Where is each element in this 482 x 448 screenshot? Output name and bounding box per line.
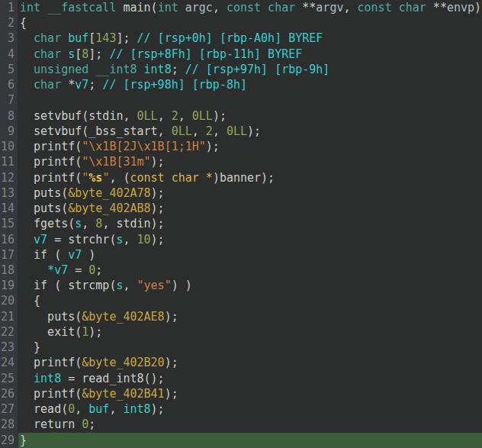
- token-local-variable: int8: [144, 63, 172, 76]
- code-line[interactable]: 21 puts(&byte_402AE8);: [0, 309, 482, 324]
- code-text: {: [18, 15, 482, 31]
- token-default-text: , (: [109, 171, 130, 185]
- token-default-text: );: [88, 325, 102, 339]
- line-number: 24: [0, 355, 18, 370]
- code-line[interactable]: 25 int8 = read_int8();: [0, 371, 482, 386]
- line-number: 26: [0, 386, 18, 401]
- token-default-text: if (: [20, 248, 68, 262]
- token-parameter-name: argv: [316, 1, 343, 15]
- code-text: if ( strcmp(s, "yes") ): [18, 278, 482, 293]
- token-local-variable: s: [75, 217, 82, 230]
- code-line[interactable]: 17 if ( v7 ): [0, 247, 482, 263]
- token-default-text: );: [213, 109, 227, 123]
- token-default-text: [40, 1, 47, 15]
- token-parameter-name: envp: [447, 1, 474, 15]
- token-type-keyword: __fastcall: [47, 1, 116, 15]
- token-string-literal: "yes": [137, 279, 172, 292]
- code-line-highlighted[interactable]: 29}: [0, 433, 482, 448]
- code-line[interactable]: 3 char buf[143]; // [rsp+0h] [rbp-A0h] B…: [0, 31, 482, 46]
- token-default-text: ];: [116, 31, 137, 45]
- token-default-text: return: [20, 417, 82, 431]
- token-number-literal: 0: [82, 417, 88, 431]
- code-line[interactable]: 7: [0, 92, 482, 108]
- line-number: 25: [0, 371, 18, 386]
- token-default-text: main(: [116, 1, 157, 15]
- token-default-text: printf(: [20, 387, 82, 401]
- line-number: 8: [0, 108, 18, 124]
- code-line[interactable]: 18 *v7 = 0;: [0, 263, 482, 278]
- code-line[interactable]: 15 fgets(s, 8, stdin);: [0, 216, 482, 231]
- code-line[interactable]: 27 read(0, buf, int8);: [0, 401, 482, 417]
- code-line[interactable]: 2{: [0, 15, 482, 31]
- token-default-text: **: [295, 1, 316, 15]
- token-default-text: {: [20, 294, 40, 308]
- token-default-text: );: [151, 233, 165, 247]
- code-line[interactable]: 10 printf("\x1B[2J\x1B[1;1H");: [0, 139, 482, 154]
- token-default-text: puts(: [20, 201, 68, 215]
- token-global-symbol: &byte_402AB8: [68, 201, 150, 215]
- token-number-literal: 0LL: [227, 124, 247, 138]
- code-line[interactable]: 19 if ( strcmp(s, "yes") ): [0, 278, 482, 293]
- code-line[interactable]: 11 printf("\x1B[31m");: [0, 154, 482, 169]
- code-line[interactable]: 28 return 0;: [0, 417, 482, 432]
- line-number: 4: [0, 47, 18, 62]
- code-text: exit(1);: [18, 324, 482, 340]
- token-number-literal: 0: [68, 402, 75, 416]
- token-default-text: [: [88, 31, 95, 45]
- code-line[interactable]: 8 setvbuf(stdin, 0LL, 2, 0LL);: [0, 108, 482, 124]
- token-default-text: );: [165, 310, 178, 324]
- token-default-text: ,: [178, 109, 192, 123]
- token-default-text: read(: [20, 402, 68, 416]
- code-line[interactable]: 20 {: [0, 293, 482, 308]
- code-line[interactable]: 14 puts(&byte_402AB8);: [0, 201, 482, 216]
- token-default-text: printf(: [20, 356, 82, 369]
- line-number: 2: [0, 15, 18, 31]
- token-default-text: );: [151, 186, 165, 200]
- code-line[interactable]: 5 unsigned __int8 int8; // [rsp+97h] [rb…: [0, 62, 482, 77]
- token-local-variable: *v7: [47, 263, 68, 277]
- code-line[interactable]: 26 printf(&byte_402B41);: [0, 386, 482, 401]
- token-type-keyword: char: [34, 78, 61, 92]
- token-default-text: );: [165, 356, 178, 369]
- token-default-text: )banner);: [213, 171, 275, 185]
- token-number-literal: 143: [95, 31, 116, 45]
- token-default-text: ];: [88, 47, 109, 61]
- line-number: 21: [0, 309, 18, 324]
- code-text: [18, 92, 482, 108]
- token-default-text: ,: [213, 124, 227, 138]
- code-line[interactable]: 16 v7 = strchr(s, 10);: [0, 232, 482, 247]
- code-line[interactable]: 23 }: [0, 340, 482, 355]
- code-line[interactable]: 6 char *v7; // [rsp+98h] [rbp-8h]: [0, 77, 482, 92]
- token-number-literal: 2: [206, 124, 213, 138]
- line-number: 7: [0, 92, 18, 108]
- token-number-literal: 10: [137, 233, 151, 247]
- code-text: char buf[143]; // [rsp+0h] [rbp-A0h] BYR…: [18, 31, 482, 46]
- token-default-text: );: [151, 155, 165, 169]
- code-line[interactable]: 22 exit(1);: [0, 324, 482, 340]
- code-line[interactable]: 4 char s[8]; // [rsp+8Fh] [rbp-11h] BYRE…: [0, 47, 482, 62]
- pseudocode-editor[interactable]: 1int __fastcall main(int argc, const cha…: [0, 0, 482, 448]
- token-number-literal: 1: [82, 325, 88, 339]
- token-default-text: [61, 31, 68, 45]
- token-default-text: {: [20, 16, 27, 30]
- line-number: 17: [0, 247, 18, 263]
- line-number: 12: [0, 170, 18, 185]
- code-line[interactable]: 13 puts(&byte_402A78);: [0, 185, 482, 201]
- token-default-text: [20, 63, 34, 76]
- code-text: printf("\x1B[31m");: [18, 154, 482, 169]
- code-line[interactable]: 24 printf(&byte_402B20);: [0, 355, 482, 370]
- token-default-text: ,: [123, 279, 137, 292]
- token-default-text: setvbuf(_bss_start,: [20, 124, 172, 138]
- token-default-text: ,: [158, 109, 172, 123]
- token-number-literal: 8: [82, 47, 88, 61]
- token-default-text: ) ): [172, 279, 192, 292]
- token-default-text: setvbuf(stdin,: [20, 109, 137, 123]
- code-line[interactable]: 12 printf("%s", (const char *)banner);: [0, 170, 482, 185]
- line-number: 3: [0, 31, 18, 46]
- code-line[interactable]: 9 setvbuf(_bss_start, 0LL, 2, 0LL);: [0, 124, 482, 139]
- token-default-text: printf(: [20, 140, 82, 153]
- code-text: if ( v7 ): [18, 247, 482, 263]
- code-text: setvbuf(stdin, 0LL, 2, 0LL);: [18, 108, 482, 124]
- line-number: 16: [0, 232, 18, 247]
- code-line[interactable]: 1int __fastcall main(int argc, const cha…: [0, 0, 482, 15]
